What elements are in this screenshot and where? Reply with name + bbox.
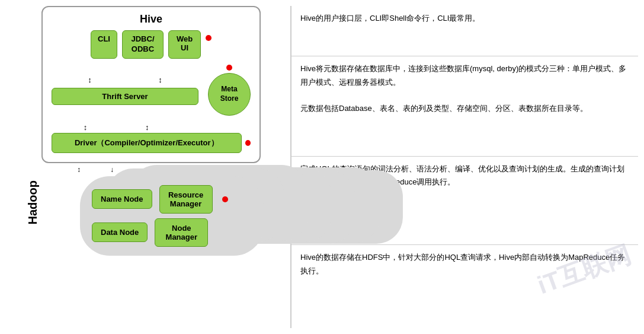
annotation-text-4: Hive的数据存储在HDFS中，针对大部分的HQL查询请求，Hive内部自动转换… xyxy=(300,251,629,277)
arrow-mid2: ↕ xyxy=(145,123,149,132)
thrift-server: Thrift Server xyxy=(52,88,198,105)
hadoop-top-row: Name Node ResourceManager xyxy=(92,185,252,214)
arrow-down-right: ↓ xyxy=(110,166,114,174)
hive-title: Hive xyxy=(52,13,251,26)
webui-component: WebUI xyxy=(168,30,201,59)
node-manager: NodeManager xyxy=(155,218,208,247)
meta-store: MetaStore xyxy=(208,73,251,116)
arrow-up2: ↕ xyxy=(158,75,162,84)
hive-box: Hive CLI JDBC/ODBC WebUI ↕ ↕ Thrift Serv… xyxy=(41,6,261,163)
annotation2-line2: 元数据包括Database、表名、表的列及类型、存储空间、分区、表数据所在目录等… xyxy=(300,104,588,113)
annotation-text-3: 完成HQL的查询语句的词法分析、语法分析、编译、优化以及查询计划的生成。生成的查… xyxy=(300,163,629,189)
red-dot-meta xyxy=(226,65,232,71)
arrow-up1: ↕ xyxy=(88,75,92,84)
annotations-area: Hive的用户接口层，CLI即Shell命令行，CLI最常用。 Hive将元数据… xyxy=(290,6,638,328)
cli-component: CLI xyxy=(91,30,117,59)
hadoop-label: Hadoop xyxy=(26,207,40,225)
hadoop-bottom-row: Data Node NodeManager xyxy=(92,218,252,247)
driver-component: Driver（Compiler/Optimizer/Executor） xyxy=(52,133,242,153)
hive-top-row: CLI JDBC/ODBC WebUI xyxy=(52,30,251,59)
jdbc-component: JDBC/ODBC xyxy=(122,30,164,59)
annotation-block-1: Hive的用户接口层，CLI即Shell命令行，CLI最常用。 xyxy=(291,6,638,56)
cloud-shape: Name Node ResourceManager Data Node Node… xyxy=(80,176,264,256)
data-node: Data Node xyxy=(92,222,148,242)
hive-driver-row: Driver（Compiler/Optimizer/Executor） xyxy=(52,133,251,153)
arrow-mid1: ↕ xyxy=(84,123,88,132)
annotation-block-2: Hive将元数据存储在数据库中，连接到这些数据库(mysql, derby)的模… xyxy=(291,56,638,156)
annotation-text-2: Hive将元数据存储在数据库中，连接到这些数据库(mysql, derby)的模… xyxy=(300,62,629,114)
red-dot-driver xyxy=(245,140,251,146)
arrow-down-left: ↕ xyxy=(77,166,81,174)
annotation2-line1: Hive将元数据存储在数据库中，连接到这些数据库(mysql, derby)的模… xyxy=(300,64,626,86)
name-node: Name Node xyxy=(92,189,152,209)
resource-manager: ResourceManager xyxy=(159,185,213,214)
red-dot-webui xyxy=(206,35,212,41)
main-container: Hive CLI JDBC/ODBC WebUI ↕ ↕ Thrift Serv… xyxy=(0,0,644,334)
annotation-block-3: 完成HQL的查询语句的词法分析、语法分析、编译、优化以及查询计划的生成。生成的查… xyxy=(291,157,638,246)
hive-mid-row: ↕ ↕ Thrift Server MetaStore xyxy=(52,65,251,116)
diagram-area: Hive CLI JDBC/ODBC WebUI ↕ ↕ Thrift Serv… xyxy=(6,6,290,328)
annotation-text-1: Hive的用户接口层，CLI即Shell命令行，CLI最常用。 xyxy=(300,12,629,25)
hadoop-area: Hadoop Name Node ResourceManager Data No… xyxy=(24,176,290,256)
red-dot-hadoop xyxy=(222,196,228,202)
annotation-block-4: Hive的数据存储在HDFS中，针对大部分的HQL查询请求，Hive内部自动转换… xyxy=(291,245,638,328)
